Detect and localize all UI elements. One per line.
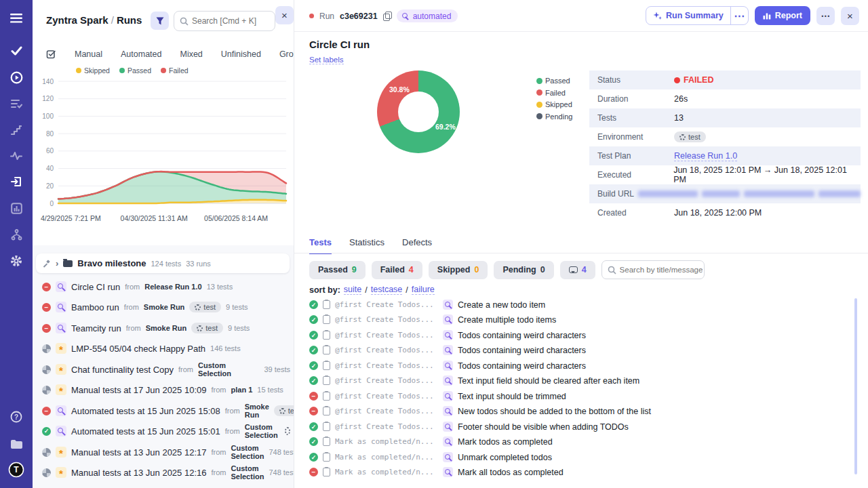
test-title[interactable]: Mark all todos as completed: [458, 468, 564, 477]
sort-by-testcase[interactable]: testcase: [371, 285, 403, 295]
test-plan-link[interactable]: Release Run 1.0: [674, 151, 737, 161]
test-suite[interactable]: Mark as completed/n...: [335, 453, 438, 462]
more-button[interactable]: [816, 7, 835, 25]
project-name[interactable]: Zyntra Spark: [46, 14, 108, 26]
test-suite[interactable]: @first Create Todos...: [335, 331, 438, 340]
test-row[interactable]: @first Create Todos...Text input should …: [309, 390, 845, 403]
run-row[interactable]: Bamboo run fromSmoke Run test 9 tests: [42, 298, 290, 316]
run-row[interactable]: Automated tests at 15 Jun 2025 15:08 fro…: [42, 402, 290, 420]
failed-status-icon: [309, 407, 318, 415]
test-title[interactable]: Create a new todo item: [458, 300, 545, 310]
automated-badge[interactable]: automated: [397, 9, 458, 22]
test-title[interactable]: Todos containing weird characters: [458, 346, 586, 355]
report-button[interactable]: Report: [755, 6, 810, 25]
failed-status-icon: [42, 324, 51, 333]
run-row[interactable]: Teamcity run fromSmoke Run test 9 tests: [42, 319, 290, 337]
test-suite[interactable]: @first Create Todos...: [335, 422, 438, 431]
run-row[interactable]: Manual tests at 17 Jun 2025 10:09 frompl…: [42, 381, 290, 399]
test-row[interactable]: @first Create Todos...Create a new todo …: [309, 298, 845, 311]
folder-icon[interactable]: [0, 432, 33, 455]
test-suite[interactable]: @first Create Todos...: [335, 407, 438, 415]
check-icon[interactable]: [0, 39, 33, 62]
test-suite[interactable]: @first Create Todos...: [335, 346, 438, 354]
test-suite[interactable]: @first Create Todos...: [335, 376, 438, 385]
tab-unfinished[interactable]: Unfinished: [221, 49, 261, 59]
test-title[interactable]: Todos containing weird characters: [458, 361, 586, 371]
test-row[interactable]: @first Create Todos...New todos should b…: [309, 405, 845, 418]
run-row[interactable]: Manual tests at 13 Jun 2025 12:16 fromCu…: [42, 464, 290, 481]
t-logo[interactable]: T: [0, 458, 33, 481]
tab-mixed[interactable]: Mixed: [180, 49, 202, 59]
test-suite[interactable]: Mark as completed/n...: [335, 468, 438, 476]
tab-defects[interactable]: Defects: [402, 237, 432, 254]
set-labels-link[interactable]: Set labels: [309, 56, 344, 64]
copy-icon[interactable]: [383, 12, 391, 20]
passed-filter-chip[interactable]: Passed9: [309, 261, 366, 279]
test-row[interactable]: Mark as completed/n...Unmark completed t…: [309, 451, 845, 464]
search-input[interactable]: [192, 12, 273, 30]
run-row[interactable]: Circle CI run fromRelease Run 1.0 13 tes…: [42, 278, 290, 296]
clipboard-icon: [323, 300, 330, 309]
pending-filter-chip[interactable]: Pending0: [494, 261, 553, 279]
test-title[interactable]: Create multiple todo items: [458, 315, 556, 325]
tab-automated[interactable]: Automated: [121, 49, 161, 59]
steps-icon[interactable]: [0, 119, 33, 142]
gear-icon[interactable]: [285, 427, 290, 435]
milestone-group-row[interactable]: › Bravo milestone 124 tests 33 runs: [36, 253, 290, 273]
test-row[interactable]: @first Create Todos...Todos containing w…: [309, 329, 845, 342]
test-title[interactable]: Footer should be visible when adding TOD…: [458, 422, 629, 432]
sort-by-failure[interactable]: failure: [412, 285, 435, 295]
help-icon[interactable]: ?: [0, 405, 33, 428]
import-icon[interactable]: [0, 170, 33, 193]
close-detail-button[interactable]: [841, 7, 859, 25]
comments-filter-chip[interactable]: 4: [560, 261, 595, 279]
test-suite[interactable]: @first Create Todos...: [335, 300, 438, 309]
test-row[interactable]: @first Create Todos...Todos containing w…: [309, 344, 845, 357]
run-row[interactable]: Manual tests at 13 Jun 2025 12:17 fromCu…: [42, 443, 290, 461]
run-row[interactable]: Automated tests at 15 Jun 2025 15:01 fro…: [42, 422, 290, 440]
scrollbar[interactable]: [854, 298, 857, 474]
test-row[interactable]: Mark as completed/n...Mark todos as comp…: [309, 435, 845, 448]
tab-groups[interactable]: Groups: [279, 49, 294, 59]
tab-statistics[interactable]: Statistics: [349, 237, 384, 254]
tab-tests[interactable]: Tests: [309, 237, 332, 254]
filter-button[interactable]: [151, 12, 169, 30]
close-panel-button[interactable]: [275, 6, 294, 24]
test-title[interactable]: Mark todos as completed: [458, 437, 553, 447]
run-row[interactable]: LMP-554 05/04 check Happy Path 146 tests: [42, 340, 290, 357]
test-suite[interactable]: Mark as completed/n...: [335, 437, 438, 446]
select-runs-icon[interactable]: [46, 49, 56, 59]
run-detail-header: Run c3e69231 automated Run Summary Repor…: [294, 0, 868, 32]
tests-search-input[interactable]: [620, 261, 703, 279]
test-suite[interactable]: @first Create Todos...: [335, 361, 438, 370]
test-row[interactable]: @first Create Todos...Create multiple to…: [309, 313, 845, 326]
branch-icon[interactable]: [0, 223, 33, 246]
run-summary-button[interactable]: Run Summary: [646, 6, 749, 25]
test-title[interactable]: Unmark completed todos: [458, 453, 552, 462]
test-title[interactable]: Text input field should be cleared after…: [458, 376, 639, 386]
run-summary-more-button[interactable]: [731, 7, 748, 24]
failed-filter-chip[interactable]: Failed4: [372, 261, 422, 279]
from-label: from: [178, 365, 193, 373]
menu-icon[interactable]: [0, 7, 33, 30]
chevron-right-icon[interactable]: ›: [56, 258, 58, 268]
pulse-icon[interactable]: [0, 144, 33, 167]
list-check-icon[interactable]: [0, 92, 33, 115]
test-row[interactable]: @first Create Todos...Todos containing w…: [309, 359, 845, 372]
sort-by-suite[interactable]: suite: [344, 285, 361, 295]
test-row[interactable]: @first Create Todos...Footer should be v…: [309, 420, 845, 433]
test-title[interactable]: Text input should be trimmed: [458, 392, 566, 401]
run-row[interactable]: Chat functinality test Copy fromCustom S…: [42, 361, 290, 378]
test-title[interactable]: New todos should be added to the bottom …: [458, 407, 651, 416]
skipped-filter-chip[interactable]: Skipped0: [429, 261, 488, 279]
test-suite[interactable]: @first Create Todos...: [335, 392, 438, 401]
test-suite[interactable]: @first Create Todos...: [335, 315, 438, 324]
bar-chart-icon[interactable]: [0, 197, 33, 220]
automated-run-icon: [56, 323, 66, 333]
play-circle-icon[interactable]: [0, 66, 33, 89]
gear-icon[interactable]: [0, 249, 33, 272]
test-row[interactable]: @first Create Todos...Text input field s…: [309, 374, 845, 387]
test-row[interactable]: Mark as completed/n...Mark all todos as …: [309, 466, 845, 479]
test-title[interactable]: Todos containing weird characters: [458, 331, 586, 340]
tab-manual[interactable]: Manual: [75, 49, 102, 59]
